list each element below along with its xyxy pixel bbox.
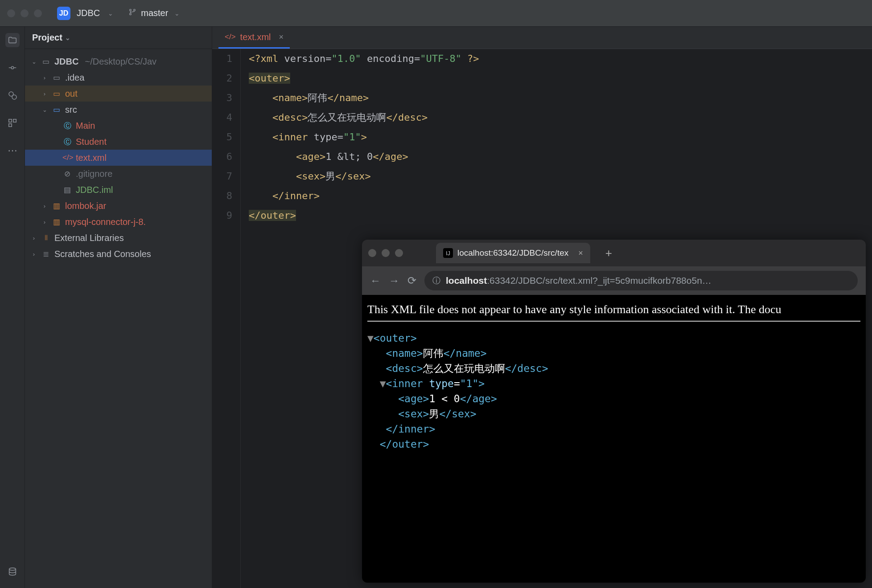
tree-label: text.xml: [76, 153, 107, 163]
svg-point-2: [134, 9, 136, 11]
chevron-right-icon: ›: [41, 219, 48, 225]
url-text: localhost:63342/JDBC/src/text.xml?_ijt=5…: [446, 275, 712, 286]
tree-label: out: [65, 89, 78, 99]
tree-label: Student: [76, 137, 107, 147]
tree-file-iml[interactable]: ▤ JDBC.iml: [25, 182, 212, 198]
minimize-window-button[interactable]: [21, 9, 29, 17]
chevron-down-icon[interactable]: ⌄: [108, 10, 113, 17]
xml-icon: </>: [225, 33, 236, 41]
minimize-window-button[interactable]: [382, 249, 390, 257]
back-button[interactable]: ←: [370, 274, 381, 287]
xml-icon: </>: [62, 153, 72, 162]
tree-label: mysql-connector-j-8.: [65, 217, 146, 227]
tree-external-libs[interactable]: › ⫴ External Libraries: [25, 230, 212, 246]
project-name[interactable]: JDBC: [77, 8, 100, 18]
commit-tool-icon[interactable]: [5, 61, 20, 75]
tree-file-student[interactable]: Ⓒ Student: [25, 134, 212, 150]
maximize-window-button[interactable]: [395, 249, 403, 257]
jar-icon: ▥: [52, 217, 62, 227]
chevron-down-icon: ⌄: [41, 106, 48, 113]
tree-file-lombok[interactable]: › ▥ lombok.jar: [25, 198, 212, 214]
browser-toolbar: ← → ⟳ ⓘ localhost:63342/JDBC/src/text.xm…: [362, 266, 866, 295]
tree-folder-src[interactable]: ⌄ ▭ src: [25, 102, 212, 118]
chevron-right-icon: ›: [30, 235, 37, 241]
chevron-right-icon: ›: [41, 90, 48, 97]
tree-label: Main: [76, 121, 95, 131]
close-icon[interactable]: ×: [578, 249, 583, 258]
browser-tab[interactable]: IJ localhost:63342/JDBC/src/tex ×: [436, 243, 590, 263]
forward-button[interactable]: →: [389, 274, 399, 287]
module-icon: ▭: [41, 57, 51, 66]
folder-icon: ▭: [52, 73, 62, 82]
title-bar: JD JDBC ⌄ master ⌄: [0, 0, 872, 27]
close-icon[interactable]: ×: [279, 33, 284, 42]
close-window-button[interactable]: [368, 249, 376, 257]
tree-label: Scratches and Consoles: [54, 249, 151, 259]
class-icon: Ⓒ: [62, 121, 72, 131]
tree-label: JDBC.iml: [76, 185, 113, 195]
maximize-window-button[interactable]: [34, 9, 42, 17]
tree-file-gitignore[interactable]: ⊘ .gitignore: [25, 166, 212, 182]
left-tool-rail: ⋯: [0, 27, 25, 588]
branch-name: master: [141, 8, 168, 18]
database-tool-icon[interactable]: [5, 565, 20, 579]
tree-label: External Libraries: [54, 233, 124, 243]
close-window-button[interactable]: [7, 9, 15, 17]
tab-label: text.xml: [240, 32, 271, 42]
tree-file-textxml[interactable]: </> text.xml: [25, 150, 212, 166]
tree-label: .gitignore: [76, 169, 112, 179]
more-tool-icon[interactable]: ⋯: [5, 143, 20, 158]
tree-label: .idea: [65, 73, 84, 83]
project-tree: ⌄ ▭ JDBC ~/Desktop/CS/Jav › ▭ .idea › ▭ …: [25, 49, 212, 266]
editor-tab[interactable]: </> text.xml ×: [218, 27, 290, 49]
structure-tool-icon[interactable]: [5, 116, 20, 130]
svg-point-1: [130, 13, 132, 15]
svg-point-5: [12, 95, 16, 99]
editor-tabs: </> text.xml ×: [212, 27, 872, 49]
browser-viewport[interactable]: This XML file does not appear to have an…: [362, 295, 866, 583]
tree-path: ~/Desktop/CS/Jav: [85, 57, 156, 67]
xml-style-warning: This XML file does not appear to have an…: [367, 303, 860, 322]
browser-tab-title: localhost:63342/JDBC/src/tex: [457, 248, 568, 258]
chevron-right-icon: ›: [41, 74, 48, 81]
tree-file-main[interactable]: Ⓒ Main: [25, 118, 212, 134]
scratches-icon: ≣: [41, 249, 51, 259]
svg-rect-6: [8, 119, 11, 122]
svg-point-0: [130, 9, 132, 11]
browser-window-controls: [368, 249, 403, 257]
new-tab-button[interactable]: +: [605, 246, 612, 260]
url-bar[interactable]: ⓘ localhost:63342/JDBC/src/text.xml?_ijt…: [424, 271, 858, 290]
info-icon[interactable]: ⓘ: [432, 275, 440, 286]
branch-icon: [128, 8, 136, 18]
tree-scratches[interactable]: › ≣ Scratches and Consoles: [25, 246, 212, 262]
reload-button[interactable]: ⟳: [407, 274, 416, 287]
gitignore-icon: ⊘: [62, 169, 72, 179]
line-gutter: 1 2 3 4 5 6 7 8 9: [212, 49, 241, 588]
browser-window: IJ localhost:63342/JDBC/src/tex × + ← → …: [362, 240, 866, 583]
project-badge: JD: [57, 7, 70, 20]
svg-rect-8: [8, 124, 11, 127]
tree-folder-out[interactable]: › ▭ out: [25, 86, 212, 102]
panel-header[interactable]: Project ⌄: [25, 27, 212, 49]
panel-title: Project: [32, 33, 62, 43]
tree-file-mysql[interactable]: › ▥ mysql-connector-j-8.: [25, 214, 212, 230]
folder-icon: ▭: [52, 105, 62, 114]
tree-root[interactable]: ⌄ ▭ JDBC ~/Desktop/CS/Jav: [25, 53, 212, 69]
project-panel: Project ⌄ ⌄ ▭ JDBC ~/Desktop/CS/Jav › ▭ …: [25, 27, 212, 588]
xml-tree-view: ▼<outer> <name>阿伟</name> <desc>怎么又在玩电动啊<…: [367, 331, 860, 452]
chevron-down-icon: ⌄: [65, 34, 70, 41]
tree-label: src: [65, 105, 77, 115]
svg-point-3: [11, 66, 14, 69]
vcs-tool-icon[interactable]: [5, 88, 20, 102]
favicon-icon: IJ: [443, 248, 453, 258]
folder-icon: ▭: [52, 89, 62, 98]
branch-selector[interactable]: master ⌄: [128, 8, 180, 18]
window-controls: [7, 9, 42, 17]
tree-folder-idea[interactable]: › ▭ .idea: [25, 69, 212, 86]
chevron-right-icon: ›: [41, 203, 48, 209]
project-tool-icon[interactable]: [5, 33, 20, 47]
class-icon: Ⓒ: [62, 137, 72, 147]
jar-icon: ▥: [52, 201, 62, 211]
svg-rect-7: [13, 119, 16, 122]
chevron-right-icon: ›: [30, 251, 37, 257]
